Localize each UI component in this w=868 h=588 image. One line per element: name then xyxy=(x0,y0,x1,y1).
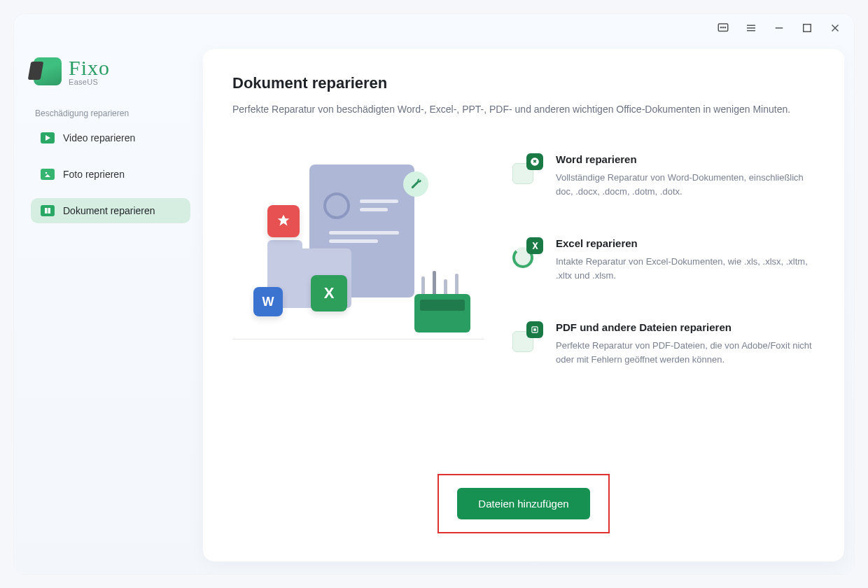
main-panel: Dokument reparieren Perfekte Reparatur v… xyxy=(203,49,844,561)
svg-point-2 xyxy=(722,27,723,28)
feature-pdf-icon xyxy=(512,321,543,352)
photo-icon xyxy=(41,169,55,180)
minimize-icon[interactable] xyxy=(773,22,785,34)
brand-name: Fixo xyxy=(69,56,110,79)
pdf-tile-icon xyxy=(267,205,300,237)
hero-illustration: X W xyxy=(232,150,484,354)
sidebar: Fixo EaseUS Beschädigung reparieren Vide… xyxy=(14,42,203,574)
feature-desc: Intakte Reparatur von Excel-Dokumenten, … xyxy=(556,255,815,282)
sidebar-item-video[interactable]: Video reparieren xyxy=(31,125,190,150)
feature-title: PDF und andere Dateien reparieren xyxy=(556,321,815,333)
feedback-icon[interactable] xyxy=(717,22,729,34)
feature-title: Word reparieren xyxy=(556,153,815,165)
nav-section-label: Beschädigung reparieren xyxy=(35,108,190,118)
feature-list: Word reparieren Vollständige Reparatur v… xyxy=(512,150,815,366)
sidebar-item-label: Foto reprieren xyxy=(63,169,125,180)
content-row: X W Word reparieren Vollständi xyxy=(232,150,815,366)
svg-marker-11 xyxy=(46,135,50,141)
svg-marker-13 xyxy=(45,174,50,177)
close-icon[interactable] xyxy=(829,22,841,34)
logo-mark-icon xyxy=(34,57,62,85)
document-icon xyxy=(41,205,55,216)
feature-excel: Excel reparieren Intakte Reparatur von E… xyxy=(512,237,815,282)
svg-point-12 xyxy=(46,172,48,174)
word-tile-icon: W xyxy=(253,287,283,316)
feature-word: Word reparieren Vollständige Reparatur v… xyxy=(512,153,815,198)
toolbox-icon xyxy=(414,294,470,332)
cta-highlight-box: Dateien hinzufügen xyxy=(438,474,609,533)
feature-excel-icon xyxy=(512,237,543,268)
titlebar xyxy=(14,14,854,42)
menu-icon[interactable] xyxy=(745,22,757,34)
sidebar-item-label: Video reparieren xyxy=(63,132,135,144)
svg-rect-14 xyxy=(45,208,48,214)
maximize-icon[interactable] xyxy=(801,22,813,34)
logo: Fixo EaseUS xyxy=(31,42,190,103)
svg-point-3 xyxy=(724,27,725,28)
svg-rect-15 xyxy=(48,208,51,214)
feature-title: Excel reparieren xyxy=(556,237,815,249)
feature-word-icon xyxy=(512,153,543,184)
feature-pdf: PDF und andere Dateien reparieren Perfek… xyxy=(512,321,815,366)
feature-desc: Perfekte Reparatur von PDF-Dateien, die … xyxy=(556,339,815,366)
svg-point-1 xyxy=(720,27,721,28)
cta-area: Dateien hinzufügen xyxy=(232,474,815,542)
svg-rect-8 xyxy=(804,24,811,32)
page-subtitle: Perfekte Reparatur von beschädigten Word… xyxy=(232,102,806,117)
sidebar-item-document[interactable]: Dokument reparieren xyxy=(31,198,190,223)
brand-vendor: EaseUS xyxy=(69,78,110,86)
page-title: Dokument reparieren xyxy=(232,74,815,92)
tools-icon xyxy=(417,270,468,298)
wrench-icon xyxy=(403,172,428,197)
feature-desc: Vollständige Reparatur von Word-Dokument… xyxy=(556,171,815,198)
add-files-button[interactable]: Dateien hinzufügen xyxy=(457,488,589,519)
excel-tile-icon: X xyxy=(311,275,347,312)
app-window: Fixo EaseUS Beschädigung reparieren Vide… xyxy=(14,14,854,574)
sidebar-item-photo[interactable]: Foto reprieren xyxy=(31,162,190,187)
sidebar-item-label: Dokument reparieren xyxy=(63,205,155,216)
video-icon xyxy=(41,132,55,144)
svg-rect-17 xyxy=(533,328,536,331)
